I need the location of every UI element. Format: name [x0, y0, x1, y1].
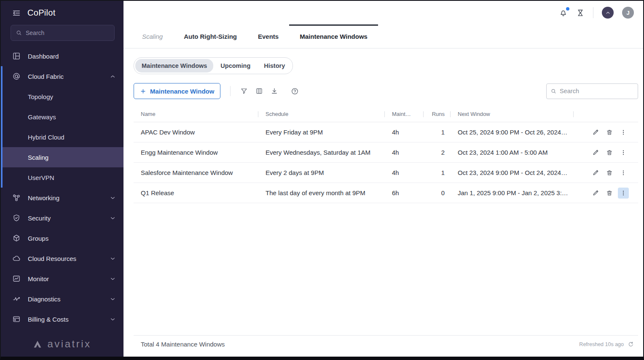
sidebar-header: CoPilot — [1, 1, 123, 23]
cell-actions — [574, 188, 638, 199]
pulse-icon — [12, 295, 21, 303]
sidebar-item-cloud-resources[interactable]: Cloud Resources — [1, 248, 123, 269]
download-icon[interactable] — [267, 84, 282, 98]
column-header-name[interactable]: Name — [134, 106, 258, 122]
subtab-maintenance-windows[interactable]: Maintenance Windows — [135, 59, 213, 73]
aviatrix-logo: aviatrix — [1, 333, 123, 357]
column-header-next-window[interactable]: Next Window — [451, 106, 574, 122]
sidebar-item-security[interactable]: Security — [1, 208, 123, 228]
sidebar-item-label: UserVPN — [28, 174, 54, 181]
table-search-input[interactable] — [560, 88, 633, 94]
cell-runs: 0 — [424, 189, 451, 196]
shield-icon — [12, 214, 21, 222]
subtab-group: Maintenance Windows Upcoming History — [134, 57, 293, 74]
tab-events[interactable]: Events — [247, 24, 289, 48]
hourglass-icon[interactable] — [576, 8, 585, 17]
cell-name: Salesforce Maintenance Window — [134, 169, 258, 176]
sidebar-item-label: Gateways — [28, 113, 56, 121]
cell-runs: 2 — [424, 149, 451, 156]
refresh-icon[interactable] — [628, 341, 634, 347]
more-options-icon[interactable] — [618, 167, 629, 178]
app-title: CoPilot — [27, 8, 56, 18]
sidebar-item-billing-costs[interactable]: Billing & Costs — [1, 309, 123, 329]
edit-icon[interactable] — [590, 167, 601, 178]
sidebar-item-cloud-fabric[interactable]: Cloud Fabric — [1, 66, 123, 86]
sidebar-item-monitor[interactable]: Monitor — [1, 269, 123, 289]
monitor-chart-icon — [12, 274, 21, 283]
delete-icon[interactable] — [604, 188, 615, 199]
sidebar-item-scaling[interactable]: Scaling — [1, 147, 123, 167]
sidebar-item-label: Security — [28, 215, 51, 222]
sidebar-item-diagnostics[interactable]: Diagnostics — [1, 289, 123, 309]
sidebar-item-networking[interactable]: Networking — [1, 188, 123, 208]
notifications-bell-icon[interactable] — [559, 8, 568, 17]
table-footer: Total 4 Maintenance Windows Refreshed 10… — [134, 335, 638, 353]
delete-icon[interactable] — [604, 147, 615, 158]
sidebar-item-label: Dashboard — [28, 53, 59, 60]
tab-auto-right-sizing[interactable]: Auto Right-Sizing — [173, 24, 247, 48]
sidebar-item-dashboard[interactable]: Dashboard — [1, 46, 123, 66]
column-header-schedule[interactable]: Schedule — [258, 106, 385, 122]
column-header-actions — [574, 106, 638, 122]
sidebar-item-topology[interactable]: Topology — [1, 86, 123, 107]
cube-icon — [12, 234, 21, 242]
cell-actions — [574, 147, 638, 158]
more-options-icon[interactable] — [618, 127, 629, 138]
filter-icon[interactable] — [236, 84, 252, 98]
more-options-icon[interactable] — [618, 147, 629, 158]
table-header: Name Schedule Maint… Runs Next Window — [134, 106, 638, 122]
chevron-down-icon — [110, 296, 116, 302]
cell-actions — [574, 127, 638, 138]
sidebar-item-gateways[interactable]: Gateways — [1, 107, 123, 127]
column-header-runs[interactable]: Runs — [424, 106, 451, 122]
cell-next-window: Oct 25, 2024 9:00 PM - Oct 26, 2024… — [451, 129, 574, 136]
column-header-maintenance[interactable]: Maint… — [385, 106, 424, 122]
table-row: Salesforce Maintenance Window Every 2 da… — [134, 163, 638, 183]
columns-icon[interactable] — [252, 84, 267, 98]
topbar-divider — [593, 7, 593, 18]
add-maintenance-window-button[interactable]: Maintenance Window — [134, 83, 220, 99]
menu-collapse-icon[interactable] — [12, 8, 21, 18]
total-count-label: Total 4 Maintenance Windows — [141, 341, 225, 348]
sidebar-nav: Dashboard Cloud Fabric — [1, 46, 123, 333]
tab-maintenance-windows[interactable]: Maintenance Windows — [289, 24, 378, 48]
table-toolbar: Maintenance Window — [134, 83, 638, 99]
sidebar-item-label: Topology — [28, 93, 53, 100]
up-arrow-button[interactable] — [602, 7, 614, 19]
sidebar-item-label: Cloud Fabric — [28, 73, 64, 80]
edit-icon[interactable] — [590, 188, 601, 199]
chevron-down-icon — [110, 215, 116, 221]
help-icon[interactable] — [287, 84, 302, 98]
more-options-icon[interactable] — [618, 188, 629, 199]
cell-schedule: The last day of every month at 9PM — [258, 189, 385, 196]
chevron-down-icon — [110, 276, 116, 282]
sidebar-group-cloud-fabric: Cloud Fabric Topology Gateways Hybrid Cl… — [1, 66, 123, 188]
sidebar-search[interactable] — [11, 25, 115, 41]
cell-maintenance: 4h — [385, 129, 424, 136]
subtab-history[interactable]: History — [258, 59, 291, 73]
billing-icon — [12, 315, 21, 323]
cell-next-window: Oct 23, 2024 9:00 PM - Oct 24, 2024… — [451, 169, 574, 176]
edit-icon[interactable] — [590, 127, 601, 138]
user-avatar[interactable]: J — [622, 7, 634, 19]
cloud-icon — [12, 254, 21, 263]
sidebar-item-uservpn[interactable]: UserVPN — [1, 167, 123, 188]
cell-schedule: Every 2 days at 9PM — [258, 169, 385, 176]
sidebar-item-hybrid-cloud[interactable]: Hybrid Cloud — [1, 127, 123, 147]
sidebar-item-groups[interactable]: Groups — [1, 228, 123, 248]
page-tabs: Scaling Auto Right-Sizing Events Mainten… — [123, 24, 643, 48]
subtab-upcoming[interactable]: Upcoming — [214, 59, 257, 73]
table-search[interactable] — [546, 83, 638, 99]
cloud-fabric-icon — [12, 72, 21, 81]
aviatrix-logo-text: aviatrix — [47, 338, 91, 350]
sidebar-item-label: Networking — [28, 194, 59, 201]
sidebar-item-label: Cloud Resources — [28, 255, 76, 262]
tab-scaling[interactable]: Scaling — [131, 24, 173, 48]
delete-icon[interactable] — [604, 127, 615, 138]
cell-runs: 1 — [424, 169, 451, 176]
delete-icon[interactable] — [604, 167, 615, 178]
search-icon — [16, 30, 22, 36]
sidebar-search-input[interactable] — [26, 30, 109, 36]
cell-name: APAC Dev Window — [134, 129, 258, 136]
edit-icon[interactable] — [590, 147, 601, 158]
